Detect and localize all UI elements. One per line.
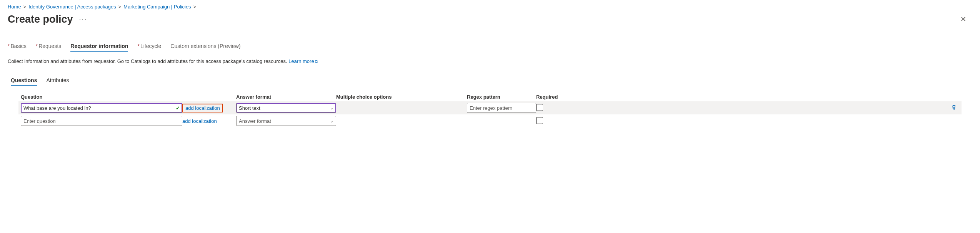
subtab-attributes[interactable]: Attributes [46,77,69,86]
questions-table: Question Answer format Multiple choice o… [18,93,962,127]
question-input[interactable] [21,116,182,126]
table-row: add localization Answer format ⌄ [18,114,962,127]
requestor-info-subtabs: Questions Attributes [11,77,972,86]
delete-icon[interactable] [951,104,957,111]
chevron-down-icon: ⌄ [330,119,333,124]
chevron-right-icon: > [23,4,27,10]
learn-more-link[interactable]: Learn more [288,58,314,64]
close-icon[interactable]: ✕ [958,13,968,26]
required-checkbox[interactable] [536,104,543,111]
tab-description-text: Collect information and attributes from … [8,58,288,64]
col-required: Required [536,94,613,100]
more-actions-icon[interactable]: ··· [79,15,87,23]
table-header: Question Answer format Multiple choice o… [18,93,962,101]
col-regex-pattern: Regex pattern [467,94,536,100]
chevron-down-icon: ⌄ [330,106,333,111]
breadcrumb: Home > Identity Governance | Access pack… [8,3,972,12]
tab-lifecycle[interactable]: Lifecycle [137,43,161,52]
tab-basics[interactable]: Basics [8,43,27,52]
question-input[interactable] [21,103,182,113]
external-link-icon: ⧉ [315,59,318,64]
col-question: Question [21,94,182,100]
tab-requests[interactable]: Requests [36,43,62,52]
chevron-right-icon: > [193,4,197,10]
tab-description: Collect information and attributes from … [8,58,972,64]
tab-requestor-information[interactable]: Requestor information [70,43,128,52]
breadcrumb-home[interactable]: Home [8,4,21,10]
answer-format-placeholder: Answer format [239,118,271,124]
add-localization-link[interactable]: add localization [182,118,217,124]
table-row: ✓ add localization Short text ⌄ [18,101,962,114]
checkmark-icon: ✓ [176,105,180,111]
page-title: Create policy [8,13,73,25]
col-answer-format: Answer format [236,94,336,100]
answer-format-select[interactable]: Answer format ⌄ [236,116,336,126]
breadcrumb-identity-governance[interactable]: Identity Governance | Access packages [28,4,116,10]
col-multiple-choice: Multiple choice options [336,94,467,100]
required-checkbox[interactable] [536,117,543,124]
answer-format-select[interactable]: Short text ⌄ [236,103,336,113]
chevron-right-icon: > [118,4,122,10]
breadcrumb-marketing-campaign-policies[interactable]: Marketing Campaign | Policies [123,4,191,10]
wizard-tabs: Basics Requests Requestor information Li… [8,43,972,52]
add-localization-link[interactable]: add localization [185,105,220,111]
subtab-questions[interactable]: Questions [11,77,37,86]
regex-input[interactable] [467,103,536,113]
answer-format-value: Short text [239,105,260,111]
tab-custom-extensions[interactable]: Custom extensions (Preview) [170,43,240,52]
